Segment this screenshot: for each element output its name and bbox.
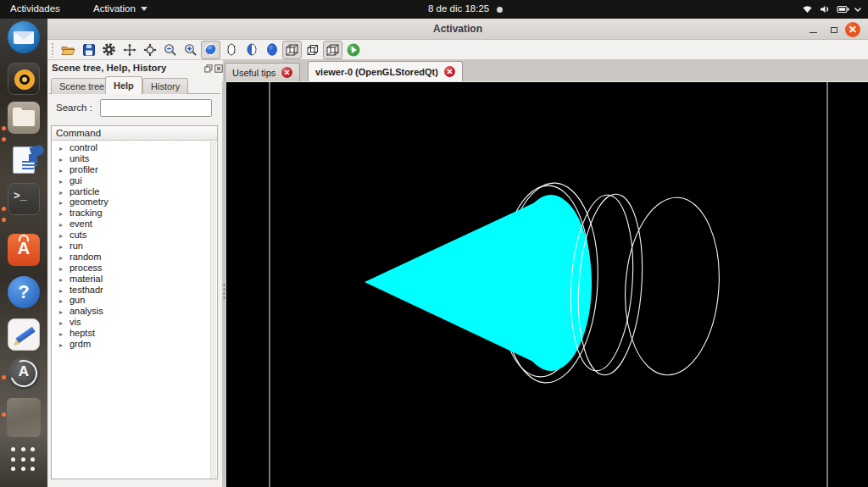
titlebar[interactable]: Activation ✕	[47, 19, 868, 40]
tab-viewer-0[interactable]: viewer-0 (OpenGLStoredQt)	[308, 61, 463, 81]
close-button[interactable]: ✕	[845, 22, 860, 37]
tree-item[interactable]: ▸analysis	[52, 306, 217, 317]
tab-history[interactable]: History	[142, 78, 188, 94]
open-file-button[interactable]	[58, 41, 78, 59]
libreoffice-writer-icon[interactable]	[8, 144, 40, 176]
tree-item[interactable]: ▸random	[52, 252, 217, 263]
help-icon[interactable]: ?	[8, 276, 40, 308]
maximize-button[interactable]	[826, 22, 842, 37]
search-row: Search :	[47, 99, 222, 118]
text-editor-icon[interactable]	[8, 318, 40, 351]
running-indicator	[2, 375, 6, 379]
ubuntu-software-icon[interactable]: A	[8, 234, 40, 266]
activation-app-icon[interactable]: A	[8, 357, 40, 390]
screenshot-thumbnail[interactable]	[7, 398, 39, 430]
center-pick-button[interactable]	[140, 41, 159, 59]
rotate-button[interactable]	[201, 41, 220, 59]
cylinder-wireframe-icon	[225, 42, 238, 57]
tree-item[interactable]: ▸gun	[52, 295, 217, 306]
tab-close-button[interactable]	[444, 66, 455, 77]
battery-icon[interactable]	[837, 3, 850, 15]
tree-item[interactable]: ▸geometry	[52, 196, 217, 208]
panel-close-button[interactable]	[214, 64, 223, 73]
tree-item[interactable]: ▸gui	[52, 175, 217, 186]
dock: >_ A ? A	[0, 19, 47, 487]
toolbar-drag-handle[interactable]	[51, 42, 55, 58]
volume-icon[interactable]	[819, 3, 832, 15]
screen: Actividades Activation 8 de dic 18:25 >_…	[0, 0, 868, 487]
chevron-down-icon[interactable]	[853, 3, 863, 15]
search-input[interactable]	[100, 99, 212, 117]
minimize-button[interactable]	[805, 22, 821, 37]
undock-button[interactable]	[203, 64, 213, 73]
tab-scene-tree[interactable]: Scene tree	[51, 78, 113, 94]
window-title: Activation	[47, 23, 868, 35]
help-glyph: ?	[8, 276, 40, 308]
move-button[interactable]	[120, 41, 139, 59]
tree-item[interactable]: ▸particle	[52, 186, 217, 197]
move-arrows-icon	[123, 43, 136, 57]
run-beam-button[interactable]	[343, 41, 363, 59]
settings-button[interactable]	[99, 41, 119, 59]
zoom-in-button[interactable]	[181, 41, 200, 59]
crosshair-icon	[143, 43, 157, 57]
projection-button-1[interactable]	[282, 41, 302, 59]
clock[interactable]: 8 de dic 18:25	[428, 3, 489, 14]
thunderbird-icon[interactable]	[8, 21, 40, 53]
folder-open-icon	[61, 43, 75, 57]
tab-useful-tips[interactable]: Useful tips	[225, 63, 300, 81]
activities-button[interactable]: Actividades	[10, 3, 60, 14]
tab-close-icon	[447, 69, 453, 75]
tree-item[interactable]: ▸material	[52, 274, 217, 285]
tree-item[interactable]: ▸testhadr	[52, 285, 217, 296]
scrollbar[interactable]	[210, 141, 216, 479]
viewer-tab-bar: Useful tips viewer-0 (OpenGLStoredQt)	[223, 60, 868, 81]
panel-title: Scene tree, Help, History	[52, 63, 167, 73]
close-icon	[214, 64, 223, 73]
terminal-icon[interactable]: >_	[8, 183, 40, 215]
command-tree-header[interactable]: Command	[52, 126, 217, 141]
tab-close-button[interactable]	[281, 67, 292, 78]
solid-style-button[interactable]	[262, 41, 281, 59]
hidden-line-style-button[interactable]	[242, 41, 261, 59]
wifi-icon[interactable]	[801, 3, 814, 15]
expand-arrow-icon[interactable]: ▸	[59, 340, 65, 351]
cube-wireframe-icon	[305, 43, 320, 57]
command-tree-list: ▸control ▸units ▸profiler ▸gui ▸particle…	[52, 141, 217, 350]
cylinder-halfsolid-icon	[245, 42, 259, 57]
files-icon[interactable]	[8, 102, 40, 134]
tree-item[interactable]: ▸cuts	[52, 230, 217, 241]
activation-letter: A	[8, 363, 40, 380]
show-applications-icon[interactable]	[11, 447, 36, 473]
running-indicator	[2, 207, 6, 211]
tab-label: Useful tips	[232, 68, 275, 78]
zoom-out-button[interactable]	[160, 41, 180, 59]
wireframe-style-button[interactable]	[221, 41, 241, 59]
tree-item[interactable]: ▸heptst	[52, 328, 217, 339]
tree-item[interactable]: ▸control	[52, 142, 217, 153]
projection-button-2[interactable]	[303, 41, 322, 59]
panel-header: Scene tree, Help, History	[47, 60, 222, 76]
app-menu-button[interactable]: Activation	[93, 3, 147, 14]
command-tree: Command ▸control ▸units ▸profiler ▸gui ▸…	[51, 125, 218, 479]
cylinder-solid-icon	[265, 42, 279, 57]
undock-icon	[204, 64, 213, 73]
tab-close-icon	[284, 69, 290, 75]
tree-item[interactable]: ▸run	[52, 241, 217, 252]
tree-item[interactable]: ▸vis	[52, 317, 217, 328]
gear-icon	[102, 42, 116, 57]
projection-button-3[interactable]	[323, 41, 342, 59]
tree-item[interactable]: ▸grdm	[52, 339, 217, 350]
tab-help[interactable]: Help	[105, 76, 142, 94]
tree-item[interactable]: ▸process	[52, 263, 217, 274]
tree-item[interactable]: ▸event	[52, 219, 217, 230]
opengl-viewport[interactable]	[226, 81, 868, 487]
tree-item[interactable]: ▸units	[52, 153, 217, 164]
tree-item[interactable]: ▸profiler	[52, 164, 217, 175]
app-menu-label: Activation	[93, 3, 136, 14]
rhythmbox-icon[interactable]	[8, 63, 40, 95]
recording-dot	[497, 7, 503, 13]
running-indicator	[2, 412, 6, 417]
tree-item[interactable]: ▸tracking	[52, 208, 217, 219]
save-button[interactable]	[79, 41, 98, 59]
